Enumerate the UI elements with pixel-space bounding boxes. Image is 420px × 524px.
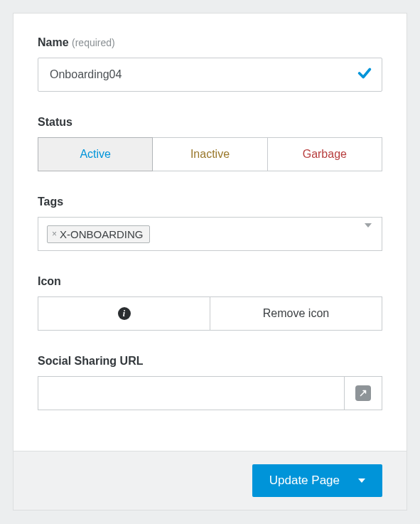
status-label: Status	[38, 116, 382, 129]
tags-label: Tags	[38, 196, 382, 208]
panel-footer: Update Page	[14, 451, 406, 510]
name-field: Name (required)	[38, 36, 382, 92]
icon-row: i Remove icon	[38, 296, 382, 331]
tags-select[interactable]: × X-ONBOARDING	[38, 217, 382, 251]
icon-label: Icon	[38, 275, 382, 288]
update-page-label: Update Page	[269, 474, 340, 488]
external-link-icon	[355, 385, 371, 401]
status-garbage-button[interactable]: Garbage	[268, 137, 382, 171]
social-url-row	[38, 376, 382, 410]
tag-chip-label: X-ONBOARDING	[60, 228, 144, 240]
panel-body: Name (required) Status Active Inactive G…	[14, 14, 406, 451]
check-icon	[357, 65, 372, 84]
status-toggle-group: Active Inactive Garbage	[38, 137, 382, 171]
tags-field: Tags × X-ONBOARDING	[38, 196, 382, 251]
icon-field: Icon i Remove icon	[38, 275, 382, 331]
name-input-wrap	[38, 58, 382, 92]
open-url-button[interactable]	[344, 376, 382, 410]
tag-chip: × X-ONBOARDING	[47, 225, 150, 243]
social-url-input[interactable]	[38, 376, 344, 410]
remove-icon-button[interactable]: Remove icon	[210, 297, 382, 330]
chevron-down-icon[interactable]	[365, 228, 372, 240]
status-inactive-button[interactable]: Inactive	[153, 137, 267, 171]
info-icon: i	[118, 307, 131, 320]
status-active-button[interactable]: Active	[38, 137, 153, 171]
name-label: Name (required)	[38, 36, 382, 49]
status-field: Status Active Inactive Garbage	[38, 116, 382, 171]
social-url-label: Social Sharing URL	[38, 355, 382, 368]
caret-down-icon	[358, 478, 365, 483]
name-label-text: Name	[38, 36, 69, 48]
tag-remove-icon[interactable]: ×	[52, 229, 57, 239]
name-input[interactable]	[38, 58, 382, 92]
icon-preview-button[interactable]: i	[38, 297, 210, 330]
page-form-panel: Name (required) Status Active Inactive G…	[13, 13, 407, 510]
social-url-field: Social Sharing URL	[38, 355, 382, 410]
name-required-hint: (required)	[72, 37, 115, 48]
update-page-button[interactable]: Update Page	[252, 464, 382, 497]
